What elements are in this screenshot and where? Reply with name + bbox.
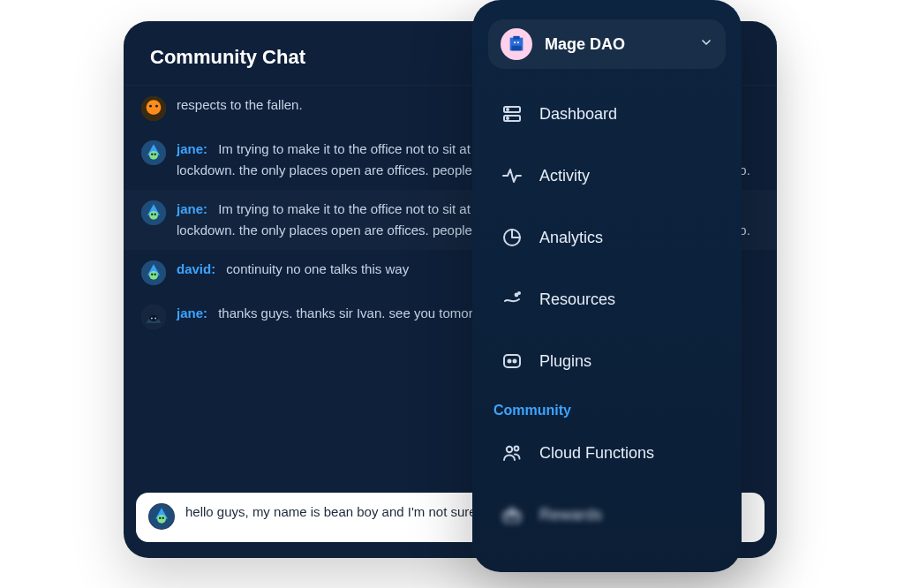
svg-point-9 xyxy=(149,211,158,220)
svg-point-34 xyxy=(516,294,518,297)
svg-point-17 xyxy=(149,315,158,321)
sidebar-item-activity[interactable]: Activity xyxy=(488,150,726,201)
avatar xyxy=(141,260,166,285)
svg-rect-26 xyxy=(512,46,522,51)
avatar xyxy=(141,200,166,225)
svg-rect-11 xyxy=(154,214,156,215)
workspace-name: Mage DAO xyxy=(545,35,687,54)
sidebar-item-dashboard[interactable]: Dashboard xyxy=(488,88,726,139)
resources-icon xyxy=(501,288,524,311)
svg-point-37 xyxy=(508,360,511,363)
avatar xyxy=(141,96,166,121)
sidebar-item-analytics[interactable]: Analytics xyxy=(488,212,726,263)
analytics-icon xyxy=(501,226,524,249)
chat-message-text: respects to the fallen. xyxy=(177,97,303,112)
sidebar-item-label: Analytics xyxy=(539,229,603,247)
svg-point-5 xyxy=(149,151,158,160)
chat-message-text: continuity no one talks this way xyxy=(226,261,409,276)
plugins-icon xyxy=(501,350,524,373)
avatar xyxy=(141,305,166,329)
activity-icon xyxy=(501,164,524,187)
svg-point-31 xyxy=(507,109,508,110)
svg-point-40 xyxy=(515,447,519,451)
chat-message-author: david: xyxy=(177,261,215,276)
svg-point-38 xyxy=(514,360,516,363)
svg-point-3 xyxy=(155,105,158,108)
svg-rect-28 xyxy=(517,41,519,43)
svg-point-32 xyxy=(507,117,508,119)
svg-rect-14 xyxy=(151,274,153,275)
svg-point-39 xyxy=(507,447,512,452)
sidebar-item-cloud-functions[interactable]: Cloud Functions xyxy=(488,427,726,479)
sidebar-item-rewards[interactable]: Rewards xyxy=(488,489,726,540)
svg-rect-7 xyxy=(154,154,156,155)
sidebar-item-resources[interactable]: Resources xyxy=(488,274,726,325)
svg-point-21 xyxy=(157,515,166,524)
avatar xyxy=(141,140,166,165)
svg-point-35 xyxy=(518,292,520,294)
svg-point-2 xyxy=(149,105,152,108)
sidebar-section-label: Community xyxy=(488,397,726,427)
people-icon xyxy=(501,441,524,464)
svg-rect-22 xyxy=(159,517,161,519)
svg-rect-10 xyxy=(151,214,153,215)
svg-point-18 xyxy=(151,317,153,319)
sidebar-item-label: Dashboard xyxy=(539,105,617,124)
chat-message-author: jane: xyxy=(177,141,207,156)
sidebar-item-label: Activity xyxy=(539,167,590,185)
chat-message-author: jane: xyxy=(177,201,207,216)
dashboard-icon xyxy=(501,102,524,125)
svg-rect-25 xyxy=(513,36,519,40)
svg-point-1 xyxy=(147,100,162,115)
workspace-switcher[interactable]: Mage DAO xyxy=(488,19,726,69)
svg-rect-36 xyxy=(504,355,520,367)
sidebar-item-label: Resources xyxy=(539,290,615,309)
rewards-icon xyxy=(501,503,524,526)
workspace-logo xyxy=(501,28,532,60)
svg-rect-6 xyxy=(151,154,153,155)
sidebar-item-plugins[interactable]: Plugins xyxy=(488,335,726,387)
svg-rect-27 xyxy=(514,41,516,43)
sidebar: Mage DAO Dashboard Activity Analytics Re… xyxy=(472,0,742,572)
sidebar-item-label: Cloud Functions xyxy=(539,444,654,463)
svg-rect-23 xyxy=(162,517,164,519)
svg-rect-15 xyxy=(154,274,156,275)
sidebar-item-label: Rewards xyxy=(539,506,602,524)
sidebar-item-label: Plugins xyxy=(539,352,591,371)
svg-point-13 xyxy=(149,271,158,280)
chat-message-author: jane: xyxy=(177,305,207,320)
avatar xyxy=(148,503,175,530)
svg-point-19 xyxy=(154,317,156,319)
chevron-down-icon xyxy=(699,35,713,53)
